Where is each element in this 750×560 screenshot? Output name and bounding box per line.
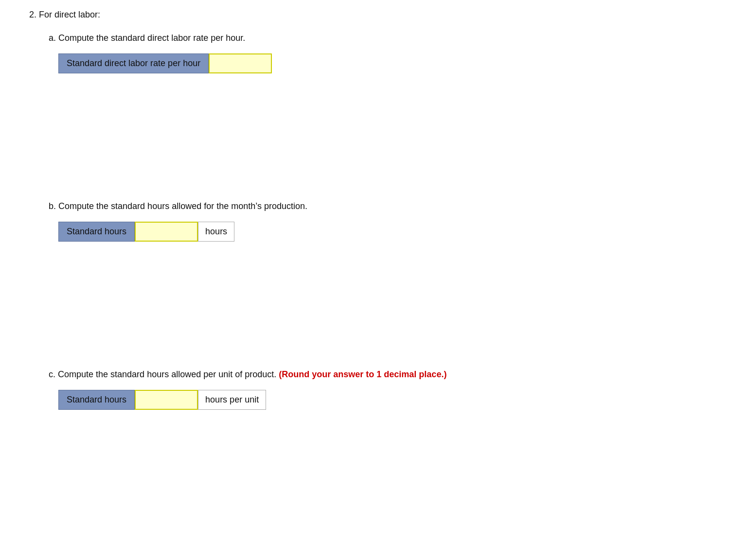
subquestion-c-suffix: hours per unit	[198, 390, 266, 410]
question-container: 2. For direct labor: a. Compute the stan…	[29, 10, 721, 410]
subquestion-c: c. Compute the standard hours allowed pe…	[49, 368, 721, 410]
spacer-1	[29, 93, 721, 200]
subquestion-c-input-row: Standard hours hours per unit	[58, 390, 721, 410]
subquestion-b: b. Compute the standard hours allowed fo…	[49, 200, 721, 242]
subquestion-a-input-row: Standard direct labor rate per hour	[58, 53, 721, 73]
spacer-2	[29, 261, 721, 368]
subquestion-b-input[interactable]	[135, 222, 198, 242]
subquestion-b-input-row: Standard hours hours	[58, 222, 721, 242]
subquestion-a-label: a. Compute the standard direct labor rat…	[49, 32, 721, 45]
subquestion-c-input[interactable]	[135, 390, 198, 410]
subquestion-a-input[interactable]	[209, 53, 272, 73]
subquestion-c-highlight: (Round your answer to 1 decimal place.)	[279, 369, 446, 379]
subquestion-a-field-label: Standard direct labor rate per hour	[58, 53, 209, 73]
subquestion-b-label: b. Compute the standard hours allowed fo…	[49, 200, 721, 213]
question-number: 2. For direct labor:	[29, 10, 721, 20]
subquestion-b-field-label: Standard hours	[58, 222, 135, 242]
subquestion-b-suffix: hours	[198, 222, 234, 242]
subquestion-a: a. Compute the standard direct labor rat…	[49, 32, 721, 73]
subquestion-c-field-label: Standard hours	[58, 390, 135, 410]
subquestion-c-label: c. Compute the standard hours allowed pe…	[49, 368, 721, 381]
